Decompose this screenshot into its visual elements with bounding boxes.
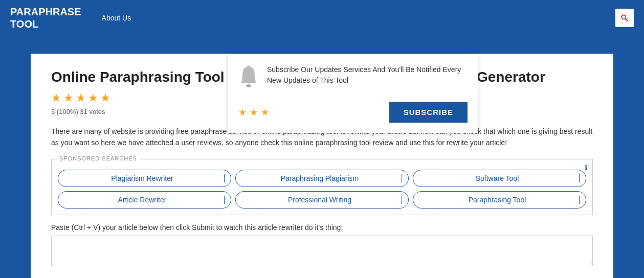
popup-text: Subscribe Our Updates Services And You'l…	[267, 64, 468, 86]
btn-software-tool[interactable]: Software Tool	[413, 170, 586, 187]
svg-point-3	[247, 65, 250, 68]
btn-divider	[224, 174, 225, 182]
popup-content: Subscribe Our Updates Services And You'l…	[238, 64, 468, 94]
popup-star-1: ★	[238, 107, 247, 118]
sub-header-bar	[0, 36, 644, 54]
btn-paraphrasing-plagiarism[interactable]: Paraphrasing Plagiarism	[235, 170, 409, 187]
sponsored-section: SPONSORED SEARCHES ℹ Plagiarism Rewriter…	[51, 159, 593, 215]
btn-article-rewriter[interactable]: Article Rewriter	[58, 191, 231, 208]
btn-paraphrasing-tool[interactable]: Paraphrasing Tool	[413, 191, 586, 208]
logo: PARAPHRASE TOOL	[10, 6, 81, 30]
sponsored-label: SPONSORED SEARCHES	[57, 155, 140, 161]
star-3: ★	[76, 91, 86, 105]
search-icon	[620, 14, 629, 22]
article-textarea[interactable]	[51, 236, 593, 266]
btn-divider	[579, 174, 580, 182]
btn-professional-writing[interactable]: Professional Writing	[235, 191, 409, 208]
star-1: ★	[51, 91, 61, 105]
svg-point-2	[246, 84, 251, 87]
btn-plagiarism-rewriter[interactable]: Plagiarism Rewriter	[58, 170, 231, 187]
popup-star-3: ★	[261, 107, 269, 118]
svg-point-0	[621, 15, 626, 19]
btn-divider	[224, 196, 225, 204]
sponsored-grid: Plagiarism Rewriter Paraphrasing Plagiar…	[58, 170, 586, 208]
btn-divider	[402, 174, 402, 182]
subscribe-button[interactable]: SUBSCRIBE	[389, 102, 468, 123]
star-4: ★	[88, 91, 98, 105]
svg-line-1	[626, 19, 628, 21]
popup-bottom: ★ ★ ★ SUBSCRIBE	[238, 102, 468, 123]
btn-divider	[402, 196, 402, 204]
search-button[interactable]	[615, 9, 634, 27]
btn-divider	[579, 196, 580, 204]
popup-stars: ★ ★ ★	[238, 107, 269, 118]
star-5: ★	[100, 91, 110, 105]
bell-icon	[238, 64, 259, 94]
nav-about-us[interactable]: About Us	[102, 14, 131, 22]
paste-instruction: Paste (Ctrl + V) your article below then…	[51, 223, 593, 231]
header: PARAPHRASE TOOL About Us	[0, 0, 644, 36]
popup-star-2: ★	[250, 107, 258, 118]
star-2: ★	[63, 91, 74, 105]
info-icon[interactable]: ℹ	[585, 164, 587, 172]
notification-popup: Subscribe Our Updates Services And You'l…	[228, 54, 478, 133]
